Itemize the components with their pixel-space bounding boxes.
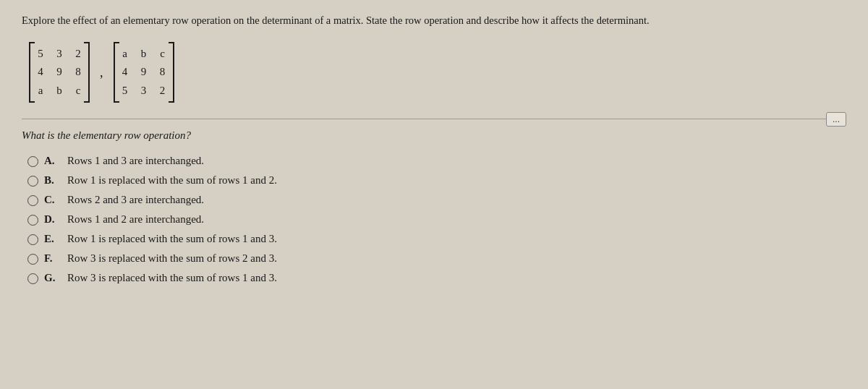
option-c-text: Rows 2 and 3 are interchanged. — [67, 194, 204, 206]
option-b-label: B. — [44, 174, 59, 187]
matrix2-row3: 5 3 2 — [121, 82, 167, 101]
matrix1-row1: 5 3 2 — [36, 45, 82, 64]
m2-r1-c1: a — [121, 45, 129, 64]
m2-r2-c2: 9 — [140, 63, 148, 82]
option-e-text: Row 1 is replaced with the sum of rows 1… — [67, 233, 277, 245]
m1-r3-c3: c — [74, 82, 82, 101]
m1-r1-c2: 3 — [55, 45, 64, 64]
option-g[interactable]: G. Row 3 is replaced with the sum of row… — [27, 272, 846, 284]
m1-r1-c3: 2 — [74, 45, 82, 64]
question-text: What is the elementary row operation? — [22, 129, 846, 142]
comma-separator: , — [100, 65, 103, 80]
m2-r2-c1: 4 — [121, 63, 129, 82]
option-d-label: D. — [44, 213, 59, 226]
radio-e[interactable] — [27, 234, 38, 245]
option-a-text: Rows 1 and 3 are interchanged. — [67, 155, 204, 167]
m1-r1-c1: 5 — [36, 45, 45, 64]
option-f[interactable]: F. Row 3 is replaced with the sum of row… — [27, 252, 846, 265]
matrix1-row3: a b c — [36, 82, 82, 101]
option-b-text: Row 1 is replaced with the sum of rows 1… — [67, 174, 277, 187]
option-f-text: Row 3 is replaced with the sum of rows 2… — [67, 252, 277, 265]
matrices-container: 5 3 2 4 9 8 a b c , a b c 4 9 8 5 3 2 — [29, 42, 846, 103]
radio-d[interactable] — [27, 215, 38, 226]
radio-f[interactable] — [27, 254, 38, 265]
m2-r1-c2: b — [140, 45, 148, 64]
radio-c[interactable] — [27, 195, 38, 206]
matrix-2: a b c 4 9 8 5 3 2 — [114, 42, 174, 103]
option-e[interactable]: E. Row 1 is replaced with the sum of row… — [27, 233, 846, 245]
matrix1-row2: 4 9 8 — [36, 63, 82, 82]
option-c[interactable]: C. Rows 2 and 3 are interchanged. — [27, 194, 846, 206]
radio-g[interactable] — [27, 273, 38, 284]
m1-r2-c3: 8 — [74, 63, 82, 82]
options-list: A. Rows 1 and 3 are interchanged. B. Row… — [27, 155, 846, 284]
m2-r1-c3: c — [158, 45, 167, 64]
option-c-label: C. — [44, 194, 59, 206]
option-g-text: Row 3 is replaced with the sum of rows 1… — [67, 272, 277, 284]
m1-r3-c2: b — [55, 82, 64, 101]
matrix2-row1: a b c — [121, 45, 167, 64]
option-a[interactable]: A. Rows 1 and 3 are interchanged. — [27, 155, 846, 167]
option-d-text: Rows 1 and 2 are interchanged. — [67, 213, 204, 226]
m1-r2-c1: 4 — [36, 63, 45, 82]
m2-r3-c3: 2 — [158, 82, 167, 101]
m2-r2-c3: 8 — [158, 63, 167, 82]
option-e-label: E. — [44, 233, 59, 245]
matrix-1: 5 3 2 4 9 8 a b c — [29, 42, 90, 103]
option-f-label: F. — [44, 252, 59, 265]
radio-a[interactable] — [27, 156, 38, 167]
intro-text: Explore the effect of an elementary row … — [22, 13, 846, 29]
option-d[interactable]: D. Rows 1 and 2 are interchanged. — [27, 213, 846, 226]
ellipsis-button[interactable]: ... — [826, 112, 846, 127]
option-b[interactable]: B. Row 1 is replaced with the sum of row… — [27, 174, 846, 187]
m1-r3-c1: a — [36, 82, 45, 101]
horizontal-divider — [22, 119, 846, 119]
m2-r3-c2: 3 — [140, 82, 148, 101]
matrix2-row2: 4 9 8 — [121, 63, 167, 82]
m1-r2-c2: 9 — [55, 63, 64, 82]
m2-r3-c1: 5 — [121, 82, 129, 101]
option-g-label: G. — [44, 272, 59, 284]
radio-b[interactable] — [27, 176, 38, 187]
option-a-label: A. — [44, 155, 59, 167]
